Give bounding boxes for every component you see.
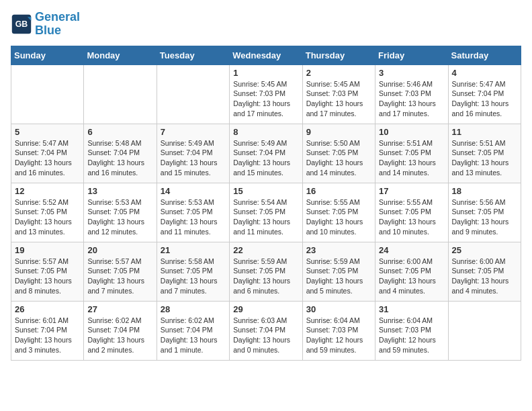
day-number: 24 [379,245,444,255]
calendar-cell: 10Sunrise: 5:51 AMSunset: 7:05 PMDayligh… [375,124,448,183]
calendar-cell: 1Sunrise: 5:45 AMSunset: 7:03 PMDaylight… [230,64,302,124]
day-info: Sunrise: 5:47 AMSunset: 7:04 PMDaylight:… [15,138,80,178]
day-info: Sunrise: 5:59 AMSunset: 7:05 PMDaylight:… [233,257,298,296]
calendar-cell: 9Sunrise: 5:50 AMSunset: 7:05 PMDaylight… [302,124,375,183]
weekday-header: Friday [375,46,448,64]
day-info: Sunrise: 5:55 AMSunset: 7:05 PMDaylight:… [306,197,371,237]
day-number: 14 [161,186,226,196]
calendar-cell: 26Sunrise: 6:01 AMSunset: 7:04 PMDayligh… [11,301,84,360]
day-number: 19 [15,245,80,255]
day-info: Sunrise: 5:47 AMSunset: 7:04 PMDaylight:… [452,79,517,119]
calendar-cell [448,301,521,360]
calendar-cell [157,64,229,124]
day-info: Sunrise: 5:50 AMSunset: 7:05 PMDaylight:… [306,138,371,178]
calendar-body: 1Sunrise: 5:45 AMSunset: 7:03 PMDaylight… [11,64,521,360]
day-number: 13 [87,186,152,196]
day-number: 3 [379,68,444,78]
weekday-header: Sunday [11,46,84,64]
day-info: Sunrise: 6:02 AMSunset: 7:04 PMDaylight:… [161,316,226,355]
calendar-cell: 20Sunrise: 5:57 AMSunset: 7:05 PMDayligh… [84,242,157,301]
day-number: 11 [452,127,517,137]
calendar-cell: 28Sunrise: 6:02 AMSunset: 7:04 PMDayligh… [157,301,229,360]
weekday-header: Thursday [302,46,375,64]
day-info: Sunrise: 5:53 AMSunset: 7:05 PMDaylight:… [161,197,226,237]
day-number: 25 [452,245,517,255]
calendar-cell: 21Sunrise: 5:58 AMSunset: 7:05 PMDayligh… [157,242,229,301]
day-info: Sunrise: 5:51 AMSunset: 7:05 PMDaylight:… [452,138,517,178]
day-info: Sunrise: 5:49 AMSunset: 7:04 PMDaylight:… [233,138,298,178]
calendar-header: SundayMondayTuesdayWednesdayThursdayFrid… [11,46,521,64]
calendar-cell: 22Sunrise: 5:59 AMSunset: 7:05 PMDayligh… [230,242,302,301]
day-info: Sunrise: 5:49 AMSunset: 7:04 PMDaylight:… [161,138,226,178]
calendar-cell: 8Sunrise: 5:49 AMSunset: 7:04 PMDaylight… [230,124,302,183]
day-info: Sunrise: 5:45 AMSunset: 7:03 PMDaylight:… [233,79,298,119]
svg-text:GB: GB [15,19,28,28]
day-number: 18 [452,186,517,196]
day-number: 16 [306,186,371,196]
weekday-header: Wednesday [230,46,302,64]
day-number: 31 [379,304,444,314]
day-info: Sunrise: 5:53 AMSunset: 7:05 PMDaylight:… [87,197,152,237]
calendar-cell: 18Sunrise: 5:56 AMSunset: 7:05 PMDayligh… [448,183,521,242]
day-info: Sunrise: 5:48 AMSunset: 7:04 PMDaylight:… [87,138,152,178]
calendar-cell: 24Sunrise: 6:00 AMSunset: 7:05 PMDayligh… [375,242,448,301]
calendar-cell: 3Sunrise: 5:46 AMSunset: 7:03 PMDaylight… [375,64,448,124]
calendar-cell [11,64,84,124]
day-number: 7 [161,127,226,137]
calendar-cell: 23Sunrise: 5:59 AMSunset: 7:05 PMDayligh… [302,242,375,301]
day-number: 5 [15,127,80,137]
day-number: 21 [161,245,226,255]
logo-text: GeneralBlue [35,11,80,38]
day-number: 26 [15,304,80,314]
day-info: Sunrise: 5:46 AMSunset: 7:03 PMDaylight:… [379,79,444,119]
calendar-cell: 19Sunrise: 5:57 AMSunset: 7:05 PMDayligh… [11,242,84,301]
day-number: 29 [233,304,298,314]
calendar-cell: 6Sunrise: 5:48 AMSunset: 7:04 PMDaylight… [84,124,157,183]
day-info: Sunrise: 6:04 AMSunset: 7:03 PMDaylight:… [379,316,444,355]
calendar-cell: 2Sunrise: 5:45 AMSunset: 7:03 PMDaylight… [302,64,375,124]
day-info: Sunrise: 6:00 AMSunset: 7:05 PMDaylight:… [379,257,444,296]
day-info: Sunrise: 5:52 AMSunset: 7:05 PMDaylight:… [15,197,80,237]
day-info: Sunrise: 5:58 AMSunset: 7:05 PMDaylight:… [161,257,226,296]
calendar-cell: 29Sunrise: 6:03 AMSunset: 7:04 PMDayligh… [230,301,302,360]
day-number: 1 [233,68,298,78]
weekday-header: Monday [84,46,157,64]
day-info: Sunrise: 5:55 AMSunset: 7:05 PMDaylight:… [379,197,444,237]
day-number: 2 [306,68,371,78]
calendar-cell: 27Sunrise: 6:02 AMSunset: 7:04 PMDayligh… [84,301,157,360]
logo: GB GeneralBlue [11,11,80,38]
weekday-header: Saturday [448,46,521,64]
page-header: GB GeneralBlue [11,11,521,38]
calendar-cell: 13Sunrise: 5:53 AMSunset: 7:05 PMDayligh… [84,183,157,242]
day-info: Sunrise: 5:59 AMSunset: 7:05 PMDaylight:… [306,257,371,296]
calendar-table: SundayMondayTuesdayWednesdayThursdayFrid… [11,46,521,361]
day-number: 27 [87,304,152,314]
calendar-cell: 15Sunrise: 5:54 AMSunset: 7:05 PMDayligh… [230,183,302,242]
weekday-header: Tuesday [157,46,229,64]
day-number: 20 [87,245,152,255]
calendar-cell [84,64,157,124]
day-number: 8 [233,127,298,137]
day-info: Sunrise: 6:02 AMSunset: 7:04 PMDaylight:… [87,316,152,355]
day-info: Sunrise: 6:00 AMSunset: 7:05 PMDaylight:… [452,257,517,296]
day-number: 15 [233,186,298,196]
calendar-cell: 12Sunrise: 5:52 AMSunset: 7:05 PMDayligh… [11,183,84,242]
day-number: 17 [379,186,444,196]
logo-icon: GB [11,13,32,35]
day-number: 6 [87,127,152,137]
day-number: 23 [306,245,371,255]
calendar-cell: 7Sunrise: 5:49 AMSunset: 7:04 PMDaylight… [157,124,229,183]
day-info: Sunrise: 6:04 AMSunset: 7:03 PMDaylight:… [306,316,371,355]
day-number: 28 [161,304,226,314]
calendar-cell: 17Sunrise: 5:55 AMSunset: 7:05 PMDayligh… [375,183,448,242]
calendar-cell: 31Sunrise: 6:04 AMSunset: 7:03 PMDayligh… [375,301,448,360]
day-info: Sunrise: 5:51 AMSunset: 7:05 PMDaylight:… [379,138,444,178]
day-info: Sunrise: 5:54 AMSunset: 7:05 PMDaylight:… [233,197,298,237]
calendar-cell: 30Sunrise: 6:04 AMSunset: 7:03 PMDayligh… [302,301,375,360]
day-info: Sunrise: 5:56 AMSunset: 7:05 PMDaylight:… [452,197,517,237]
day-info: Sunrise: 5:57 AMSunset: 7:05 PMDaylight:… [15,257,80,296]
day-info: Sunrise: 6:03 AMSunset: 7:04 PMDaylight:… [233,316,298,355]
day-info: Sunrise: 6:01 AMSunset: 7:04 PMDaylight:… [15,316,80,355]
day-number: 12 [15,186,80,196]
day-info: Sunrise: 5:57 AMSunset: 7:05 PMDaylight:… [87,257,152,296]
